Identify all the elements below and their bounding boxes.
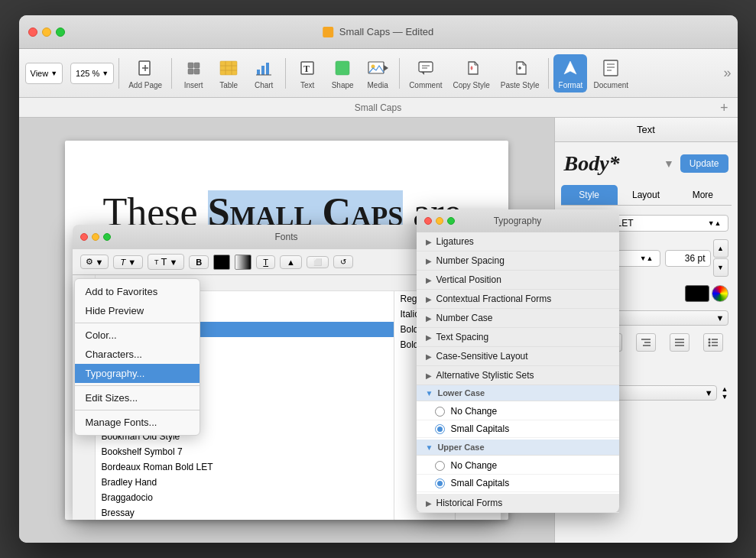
lower-case-options: No Change Small Capitals	[417, 401, 619, 440]
line-spacing-arrows[interactable]: ▲ ▼	[722, 385, 728, 401]
svg-rect-12	[257, 70, 260, 75]
format-button[interactable]: Format	[553, 54, 587, 92]
fonts-text-underline-btn[interactable]: T	[256, 255, 275, 269]
typography-row-ligatures[interactable]: ▶ Ligatures	[417, 232, 619, 251]
toolbar-separator	[399, 58, 400, 89]
view-button[interactable]: View ▼	[25, 63, 63, 84]
list-button[interactable]	[703, 333, 723, 352]
color-wheel-icon[interactable]	[712, 285, 728, 302]
typography-row-vertical-position[interactable]: ▶ Vertical Position	[417, 271, 619, 290]
toolbar: View ▼ 125 % ▼ Add Page	[19, 49, 738, 98]
typo-close[interactable]	[424, 217, 432, 225]
collapse-icon: ▶	[426, 371, 432, 380]
text-button[interactable]: T Text	[290, 54, 324, 92]
radio-button[interactable]	[435, 479, 445, 488]
close-button[interactable]	[28, 28, 37, 37]
fonts-shrink-btn[interactable]: ⬜	[307, 256, 329, 268]
fonts-gradient-swatch[interactable]	[235, 255, 251, 270]
toolbar-overflow-icon[interactable]: »	[723, 65, 731, 80]
document-button[interactable]: Document	[589, 54, 633, 92]
svg-rect-3	[188, 63, 193, 68]
svg-rect-26	[604, 60, 618, 76]
typography-row-alt-stylistic[interactable]: ▶ Alternative Stylistic Sets	[417, 366, 619, 385]
typo-zoom[interactable]	[447, 217, 455, 225]
font-size-input[interactable]	[665, 250, 711, 267]
menu-item-typography[interactable]: Typography...	[75, 364, 200, 383]
align-justify-button[interactable]	[670, 333, 689, 352]
chevron-down-icon[interactable]: ▼	[664, 157, 674, 170]
copy-style-button[interactable]: Copy Style	[449, 54, 495, 92]
font-size-up[interactable]: ▲	[713, 239, 728, 258]
typography-row-historical[interactable]: ▶ Historical Forms	[417, 494, 619, 513]
chevron-down-icon: ▼	[705, 388, 713, 397]
fonts-text-style-btn[interactable]: T▼	[113, 255, 143, 269]
lower-no-change[interactable]: No Change	[417, 403, 619, 420]
menu-item-hide-preview[interactable]: Hide Preview	[75, 301, 200, 320]
radio-button[interactable]	[435, 461, 445, 471]
tab-layout[interactable]: Layout	[618, 185, 674, 205]
table-button[interactable]: Table	[212, 54, 245, 92]
update-style-button[interactable]: Update	[680, 154, 728, 173]
tab-style[interactable]: Style	[561, 185, 618, 205]
style-selector: Body* ▼ Update	[555, 142, 738, 185]
title-bar: Small Caps — Edited	[19, 15, 738, 49]
maximize-button[interactable]	[56, 28, 65, 37]
collapse-icon: ▶	[426, 257, 432, 265]
add-tab-button[interactable]: +	[720, 101, 728, 115]
radio-button[interactable]	[435, 424, 445, 434]
paste-style-button[interactable]: Paste Style	[496, 54, 544, 92]
menu-item-edit-sizes[interactable]: Edit Sizes...	[75, 388, 200, 407]
chart-button[interactable]: Chart	[247, 54, 281, 92]
svg-rect-13	[261, 66, 264, 75]
fonts-close[interactable]	[80, 233, 88, 241]
chevron-down-icon: ▼	[50, 70, 57, 77]
typography-title: Typography	[494, 216, 542, 226]
text-color-swatch[interactable]	[685, 285, 709, 302]
list-item[interactable]: Bressay	[96, 505, 394, 520]
content-area: These Small Caps are real Fonts ⚙▼	[19, 118, 738, 543]
minimize-button[interactable]	[42, 28, 51, 37]
upper-no-change[interactable]: No Change	[417, 457, 619, 475]
typography-row-text-spacing[interactable]: ▶ Text Spacing	[417, 328, 619, 347]
fonts-increase-btn[interactable]: ▲	[280, 255, 302, 269]
fonts-settings-btn[interactable]: ⚙▼	[80, 255, 109, 269]
insert-button[interactable]: Insert	[177, 54, 210, 92]
typography-row-case-sensitive[interactable]: ▶ Case-Sensitive Layout	[417, 347, 619, 366]
radio-button[interactable]	[435, 407, 445, 417]
typo-minimize[interactable]	[436, 217, 443, 225]
list-item[interactable]: Bordeaux Roman Bold LET	[96, 459, 394, 475]
list-item[interactable]: Braggadocio	[96, 490, 394, 505]
zoom-button[interactable]: 125 % ▼	[70, 63, 114, 84]
menu-item-color[interactable]: Color...	[75, 326, 200, 345]
fonts-reset-btn[interactable]: ↺	[333, 255, 353, 268]
collapse-icon: ▶	[426, 238, 432, 246]
lower-small-capitals[interactable]: Small Capitals	[417, 420, 619, 438]
tab-more[interactable]: More	[674, 185, 731, 205]
panel-header: Text	[555, 118, 738, 142]
panel-tabs: Style Layout More	[561, 185, 732, 206]
menu-item-manage-fonts[interactable]: Manage Fonts...	[75, 413, 200, 432]
font-size-down[interactable]: ▼	[713, 258, 728, 277]
svg-text:T: T	[303, 63, 310, 74]
list-item[interactable]: Bookshelf Symbol 7	[96, 444, 394, 459]
typography-row-number-spacing[interactable]: ▶ Number Spacing	[417, 251, 619, 271]
align-right-button[interactable]	[636, 333, 656, 352]
list-item[interactable]: Bradley Hand	[96, 475, 394, 490]
shape-button[interactable]: Shape	[326, 54, 359, 92]
fonts-color-swatch[interactable]	[213, 255, 230, 270]
typography-row-number-case[interactable]: ▶ Number Case	[417, 309, 619, 328]
insert-icon	[183, 57, 204, 79]
document-tab[interactable]: Small Caps	[355, 102, 401, 113]
fonts-text-size-btn[interactable]: TT▼	[148, 254, 184, 270]
fonts-minimize[interactable]	[92, 233, 99, 241]
fonts-zoom[interactable]	[103, 233, 111, 241]
menu-item-characters[interactable]: Characters...	[75, 345, 200, 364]
main-window: Small Caps — Edited View ▼ 125 % ▼ Add P…	[19, 15, 738, 543]
fonts-bold-btn[interactable]: B	[189, 255, 209, 269]
typography-row-fractional[interactable]: ▶ Contextual Fractional Forms	[417, 290, 619, 309]
upper-small-capitals[interactable]: Small Capitals	[417, 475, 619, 492]
comment-button[interactable]: Comment	[404, 54, 446, 92]
media-button[interactable]: Media	[361, 54, 394, 92]
menu-item-add-favorites[interactable]: Add to Favorites	[75, 282, 200, 301]
add-page-button[interactable]: Add Page	[124, 54, 167, 92]
